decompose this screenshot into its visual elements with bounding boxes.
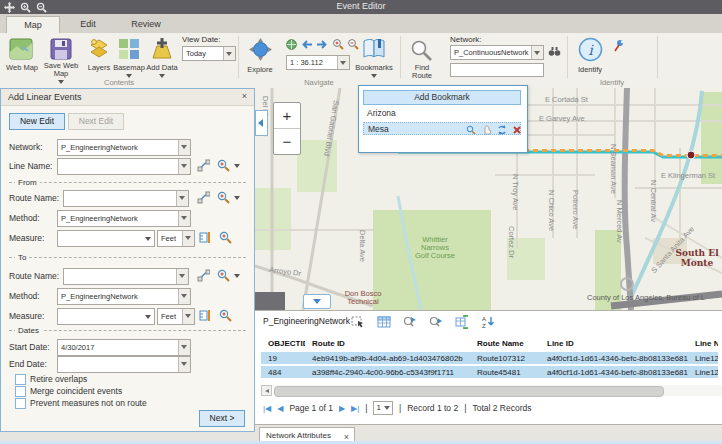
to-method-select[interactable]: P_EngineeringNetwork bbox=[57, 288, 191, 305]
column-header-line-name[interactable]: Line Name bbox=[688, 337, 718, 349]
panel-close-button[interactable]: × bbox=[242, 91, 247, 101]
from-zoom-caret-icon[interactable] bbox=[234, 196, 240, 200]
collapse-left-panel-button[interactable] bbox=[255, 110, 268, 136]
web-map-icon[interactable] bbox=[9, 38, 33, 60]
caret-icon[interactable] bbox=[176, 191, 188, 206]
basemap-icon[interactable] bbox=[118, 38, 140, 60]
add-data-icon[interactable] bbox=[150, 37, 174, 60]
to-zoom-route-icon[interactable] bbox=[217, 269, 230, 282]
column-header-line-id[interactable]: Line ID bbox=[540, 337, 688, 349]
panel-network-select[interactable]: P_EngineeringNetwork bbox=[57, 139, 191, 156]
explore-button[interactable]: Explore bbox=[240, 66, 280, 74]
to-route-name-input[interactable] bbox=[63, 268, 189, 285]
add-bookmark-button[interactable]: Add Bookmark bbox=[363, 90, 521, 105]
caret-icon[interactable] bbox=[178, 140, 190, 155]
from-measure-zoom-icon[interactable] bbox=[219, 231, 232, 244]
selection-icon[interactable] bbox=[351, 315, 365, 329]
column-header-route-id[interactable]: Route ID bbox=[305, 337, 470, 349]
bookmark-item-mesa[interactable]: Mesa bbox=[363, 122, 521, 135]
view-date-select[interactable]: Today bbox=[182, 46, 236, 61]
bookmark-refresh-icon[interactable] bbox=[497, 125, 507, 135]
tab-edit[interactable]: Edit bbox=[62, 16, 114, 33]
caret-icon[interactable] bbox=[178, 340, 190, 355]
table-row[interactable]: 19 4eb9419b-af9b-4d04-ab69-1d403476802b … bbox=[261, 352, 718, 364]
identify-icon[interactable]: i bbox=[578, 37, 603, 62]
from-measure-tool-icon[interactable] bbox=[199, 231, 212, 244]
from-method-select[interactable]: P_EngineeringNetwork bbox=[57, 210, 191, 227]
forward-arrow-icon[interactable] bbox=[316, 39, 328, 50]
view-date-caret-icon[interactable] bbox=[223, 47, 235, 60]
tab-review[interactable]: Review bbox=[118, 16, 174, 33]
to-measure-tool-icon[interactable] bbox=[199, 309, 212, 322]
select-line-on-map-icon[interactable] bbox=[197, 159, 210, 172]
layers-icon[interactable] bbox=[88, 38, 110, 60]
retire-overlaps-checkbox[interactable] bbox=[15, 374, 26, 385]
previous-extent-globe-icon[interactable] bbox=[286, 39, 297, 50]
caret-icon[interactable] bbox=[178, 289, 190, 304]
sort-icon[interactable]: AZ bbox=[481, 315, 495, 329]
caret-icon[interactable] bbox=[182, 231, 194, 246]
table-row[interactable]: 484 a398ff4c-2940-4c00-96b6-c5343f9f1711… bbox=[261, 366, 718, 378]
caret-icon[interactable] bbox=[176, 269, 188, 284]
next-page-button[interactable]: ▶ bbox=[339, 404, 345, 413]
pin-icon[interactable] bbox=[613, 39, 626, 52]
zoom-to-line-icon[interactable] bbox=[217, 159, 230, 172]
caret-icon[interactable] bbox=[182, 309, 194, 324]
bookmark-delete-icon[interactable] bbox=[512, 125, 522, 135]
bookmarks-icon[interactable] bbox=[362, 37, 386, 61]
from-zoom-route-icon[interactable] bbox=[217, 191, 230, 204]
ribbon-zoom-in-icon[interactable] bbox=[332, 38, 344, 50]
from-route-name-input[interactable] bbox=[63, 190, 189, 207]
page-select[interactable]: 1 bbox=[373, 401, 392, 415]
first-page-button[interactable]: |◀ bbox=[263, 404, 271, 413]
horizontal-scrollbar[interactable] bbox=[261, 385, 722, 396]
map-zoom-in-button[interactable]: + bbox=[274, 103, 300, 129]
save-web-map-icon[interactable] bbox=[50, 38, 72, 60]
prevent-measures-checkbox[interactable] bbox=[15, 398, 26, 409]
to-zoom-caret-icon[interactable] bbox=[234, 274, 240, 278]
map-zoom-out-button[interactable]: − bbox=[274, 129, 300, 154]
bookmark-pan-icon[interactable] bbox=[482, 125, 492, 135]
new-edit-button[interactable]: New Edit bbox=[9, 113, 65, 130]
line-name-input[interactable] bbox=[57, 158, 191, 175]
binoculars-icon[interactable] bbox=[548, 45, 561, 58]
scroll-left-arrow[interactable] bbox=[261, 385, 272, 396]
next-edit-button[interactable]: Next Edit bbox=[68, 113, 124, 130]
from-select-route-icon[interactable] bbox=[197, 191, 210, 204]
network-select[interactable]: P_ContinuousNetwork bbox=[450, 45, 544, 60]
explore-icon[interactable] bbox=[248, 37, 273, 62]
back-arrow-icon[interactable] bbox=[301, 39, 313, 50]
tab-map[interactable]: Map bbox=[6, 16, 60, 34]
to-measure-input[interactable] bbox=[57, 308, 155, 325]
column-header-objectid[interactable]: OBJECTID bbox=[261, 337, 305, 349]
scale-select[interactable]: 1 : 36.112 bbox=[286, 55, 350, 70]
prev-page-button[interactable]: ◀ bbox=[277, 404, 283, 413]
scrollbar-thumb[interactable] bbox=[274, 386, 664, 397]
merge-coincident-checkbox[interactable] bbox=[15, 386, 26, 397]
from-unit-select[interactable]: Feet bbox=[157, 230, 195, 247]
find-route-value-input[interactable] bbox=[450, 63, 544, 77]
last-page-button[interactable]: ▶| bbox=[351, 404, 359, 413]
column-header-route-name[interactable]: Route Name bbox=[470, 337, 540, 349]
identify-button[interactable]: Identify bbox=[568, 66, 612, 74]
collapse-table-button[interactable] bbox=[303, 294, 331, 309]
switch-selection-icon[interactable] bbox=[455, 315, 469, 329]
zoom-to-selected-icon[interactable] bbox=[403, 315, 417, 329]
from-measure-input[interactable] bbox=[57, 230, 155, 247]
caret-icon[interactable] bbox=[145, 315, 151, 319]
bookmark-zoom-icon[interactable] bbox=[466, 125, 476, 135]
find-route-button[interactable]: Find Route bbox=[404, 64, 440, 80]
end-date-input[interactable] bbox=[57, 356, 191, 373]
find-route-icon[interactable] bbox=[410, 39, 433, 62]
to-measure-zoom-icon[interactable] bbox=[219, 309, 232, 322]
to-select-route-icon[interactable] bbox=[197, 269, 210, 282]
next-button[interactable]: Next > bbox=[199, 410, 245, 427]
ribbon-zoom-out-icon[interactable] bbox=[347, 38, 359, 50]
bookmarks-button[interactable]: Bookmarks bbox=[350, 64, 398, 72]
caret-icon[interactable] bbox=[178, 357, 190, 372]
bookmark-item-arizona[interactable]: Arizona bbox=[363, 107, 521, 120]
zoom-options-caret-icon[interactable] bbox=[234, 164, 240, 168]
table-icon[interactable] bbox=[377, 315, 391, 329]
network-caret-icon[interactable] bbox=[531, 46, 543, 59]
add-data-button[interactable]: Add Data bbox=[140, 64, 184, 72]
